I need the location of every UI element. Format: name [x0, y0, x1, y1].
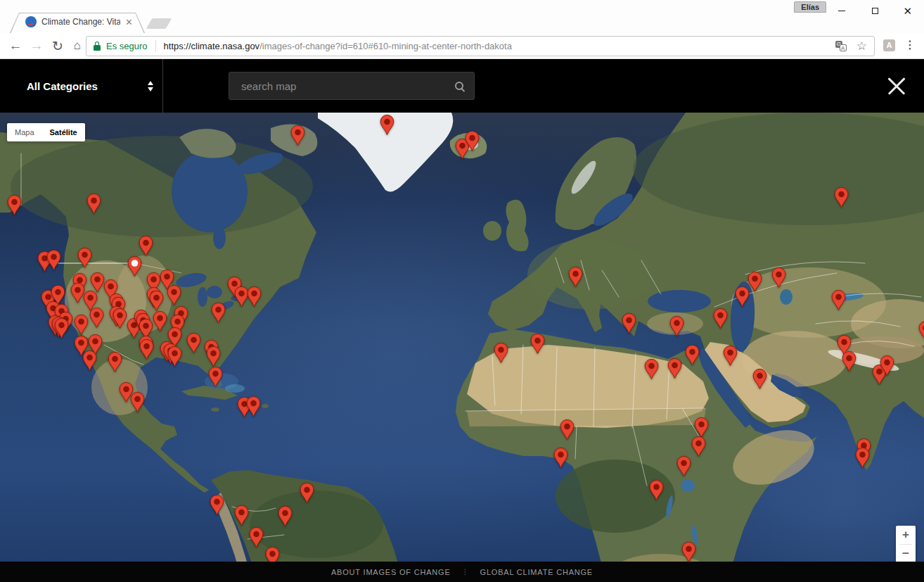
- map-pin[interactable]: [290, 125, 305, 146]
- map-pin[interactable]: [691, 436, 706, 457]
- map-pin[interactable]: [130, 392, 145, 412]
- window-controls: ✕: [826, 0, 924, 21]
- map-pin[interactable]: [713, 308, 728, 329]
- bookmark-star-icon[interactable]: ☆: [856, 40, 867, 52]
- map-pin[interactable]: [831, 290, 846, 310]
- back-button[interactable]: ←: [6, 36, 25, 56]
- tab-close-icon[interactable]: ✕: [125, 18, 133, 27]
- map-search-input[interactable]: [240, 80, 455, 93]
- map-pin[interactable]: [649, 480, 664, 500]
- zoom-out-button[interactable]: −: [896, 545, 916, 563]
- map-pin[interactable]: [82, 350, 97, 371]
- map-pin[interactable]: [7, 195, 22, 215]
- world-map[interactable]: Mapa Satélite + − ABOUT IMAGES OF CHANGE…: [0, 113, 924, 582]
- map-pin[interactable]: [676, 456, 691, 476]
- map-pin[interactable]: [644, 359, 659, 379]
- tab-title: Climate Change: Vital Sig: [41, 17, 120, 27]
- close-map-button[interactable]: [886, 75, 907, 96]
- map-pin[interactable]: [139, 339, 154, 360]
- map-pin[interactable]: [771, 267, 786, 288]
- map-pin[interactable]: [246, 396, 261, 417]
- map-pin[interactable]: [530, 334, 545, 354]
- map-pin[interactable]: [855, 448, 870, 468]
- map-pin[interactable]: [667, 358, 682, 379]
- about-images-link[interactable]: ABOUT IMAGES OF CHANGE: [331, 568, 451, 576]
- map-pin[interactable]: [249, 527, 264, 548]
- url-domain: https://climate.nasa.gov: [164, 41, 260, 51]
- map-type-satellite-button[interactable]: Satélite: [42, 123, 85, 141]
- map-pin[interactable]: [918, 321, 924, 341]
- browser-window: Climate Change: Vital Sig ✕ Elías ✕ ← → …: [0, 0, 924, 582]
- search-icon[interactable]: [455, 82, 463, 90]
- header-divider: [162, 59, 163, 113]
- category-dropdown[interactable]: All Categories: [27, 59, 153, 113]
- map-pin[interactable]: [247, 286, 262, 307]
- map-pin[interactable]: [622, 313, 636, 334]
- maximize-button[interactable]: [859, 0, 892, 21]
- map-pin[interactable]: [46, 250, 61, 270]
- footer-separator: ⋮: [462, 568, 469, 576]
- map-type-map-button[interactable]: Mapa: [7, 123, 42, 141]
- minimize-button[interactable]: [826, 0, 859, 21]
- map-pin[interactable]: [210, 495, 224, 515]
- map-pin[interactable]: [685, 345, 700, 365]
- map-pin[interactable]: [669, 316, 684, 336]
- address-bar[interactable]: Es seguro https://climate.nasa.gov/image…: [86, 36, 875, 56]
- map-pin[interactable]: [77, 248, 92, 268]
- browser-tab[interactable]: Climate Change: Vital Sig ✕: [10, 13, 145, 33]
- secure-lock-icon[interactable]: [94, 45, 101, 51]
- map-pin[interactable]: [167, 285, 181, 305]
- map-pin[interactable]: [108, 352, 122, 372]
- map-pin[interactable]: [694, 417, 709, 438]
- map-pin[interactable]: [153, 311, 167, 331]
- map-pin[interactable]: [90, 272, 105, 293]
- map-pin[interactable]: [880, 355, 894, 376]
- map-pin[interactable]: [380, 115, 394, 135]
- map-pin[interactable]: [834, 187, 849, 208]
- map-pin[interactable]: [86, 194, 101, 214]
- map-pin[interactable]: [211, 303, 226, 323]
- map-pin[interactable]: [234, 505, 249, 526]
- map-footer-bar: ABOUT IMAGES OF CHANGE ⋮ GLOBAL CLIMATE …: [0, 562, 924, 582]
- map-pin[interactable]: [752, 369, 767, 389]
- map-pin[interactable]: [465, 131, 480, 151]
- map-pin[interactable]: [186, 333, 201, 353]
- map-pin[interactable]: [139, 236, 153, 256]
- map-pin[interactable]: [494, 343, 508, 363]
- new-tab-button[interactable]: [146, 18, 172, 29]
- map-pin[interactable]: [89, 308, 104, 328]
- map-pin[interactable]: [167, 346, 182, 367]
- map-search-box[interactable]: [229, 72, 475, 100]
- map-pin[interactable]: [206, 346, 221, 367]
- map-pin[interactable]: [842, 351, 856, 372]
- map-type-control: Mapa Satélite: [7, 123, 85, 141]
- map-pin[interactable]: [568, 267, 583, 287]
- map-pin[interactable]: [278, 506, 293, 526]
- home-button[interactable]: ⌂: [68, 36, 87, 56]
- map-pin[interactable]: [747, 272, 762, 292]
- security-label[interactable]: Es seguro: [106, 41, 148, 51]
- map-pin[interactable]: [553, 448, 568, 468]
- profile-chip[interactable]: Elías: [794, 1, 826, 13]
- close-button[interactable]: ✕: [891, 0, 924, 21]
- map-pin[interactable]: [723, 346, 738, 366]
- map-pin[interactable]: [54, 318, 69, 339]
- map-pin[interactable]: [149, 291, 164, 311]
- browser-menu-icon[interactable]: ⋮: [904, 38, 916, 51]
- translate-icon[interactable]: GA: [835, 41, 847, 51]
- url-text[interactable]: https://climate.nasa.gov/images-of-chang…: [164, 41, 835, 51]
- selected-map-pin[interactable]: [127, 256, 142, 277]
- map-pin[interactable]: [74, 315, 89, 335]
- adobe-extension-icon[interactable]: A: [883, 39, 895, 51]
- reload-button[interactable]: ↻: [48, 36, 68, 56]
- map-pin[interactable]: [681, 542, 696, 562]
- map-pin[interactable]: [208, 367, 223, 387]
- category-dropdown-label: All Categories: [27, 80, 98, 92]
- map-zoom-control: + −: [896, 526, 916, 563]
- zoom-in-button[interactable]: +: [896, 526, 916, 544]
- map-pin[interactable]: [560, 419, 575, 440]
- map-pin[interactable]: [300, 483, 314, 503]
- forward-button[interactable]: →: [27, 36, 46, 56]
- map-pin[interactable]: [113, 308, 127, 329]
- global-climate-link[interactable]: GLOBAL CLIMATE CHANGE: [480, 568, 593, 576]
